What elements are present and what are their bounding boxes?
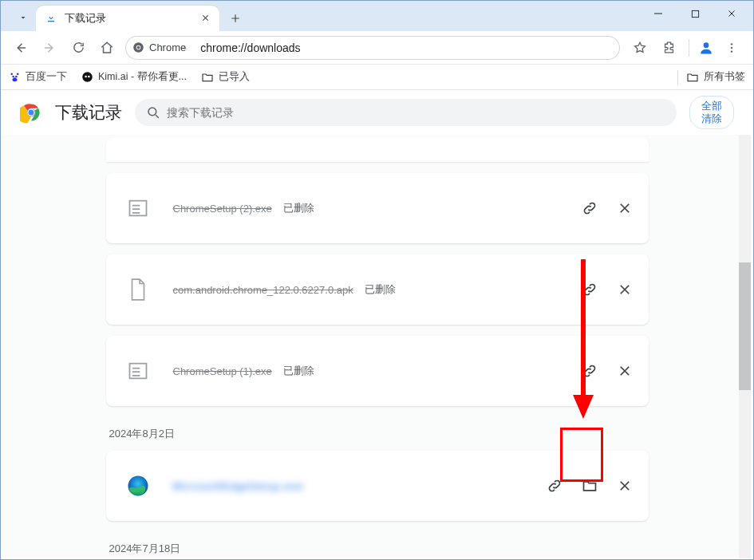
download-filename: ChromeSetup (2).exe <box>173 203 272 215</box>
page-header: 下载记录 全部 清除 <box>1 90 753 135</box>
tab-title: 下载记录 <box>65 12 199 26</box>
svg-point-10 <box>88 76 90 78</box>
page-title: 下载记录 <box>55 101 122 124</box>
tab-search-dropdown[interactable] <box>10 7 36 28</box>
maximize-button[interactable] <box>677 1 713 26</box>
remove-button[interactable] <box>610 357 639 385</box>
search-input[interactable] <box>167 106 665 119</box>
download-card <box>106 138 649 162</box>
kimi-icon <box>81 71 93 83</box>
tab-close-button[interactable] <box>199 10 211 26</box>
reload-button[interactable] <box>65 34 92 61</box>
svg-rect-0 <box>692 10 698 17</box>
bookmark-folder-imported[interactable]: 已导入 <box>201 70 250 84</box>
download-card: ChromeSetup (1).exe 已删除 <box>106 336 649 406</box>
remove-button[interactable] <box>610 275 639 304</box>
svg-point-9 <box>85 76 87 78</box>
svg-point-7 <box>731 50 732 52</box>
download-filename: com.android.chrome_122.0.6227.0.apk <box>173 284 353 296</box>
paw-icon <box>9 71 21 83</box>
divider <box>689 39 689 57</box>
file-icon <box>125 277 151 302</box>
minimize-button[interactable] <box>640 1 677 26</box>
back-button[interactable] <box>7 34 34 61</box>
svg-point-8 <box>82 72 93 82</box>
scrollbar-thumb[interactable] <box>739 262 751 390</box>
content: ChromeSetup (2).exe 已删除 com.android.chro… <box>2 135 752 558</box>
omnibox-chip-label: Chrome <box>149 41 186 53</box>
generic-file-icon <box>125 358 151 384</box>
omnibox-chip: Chrome <box>125 36 195 60</box>
svg-point-14 <box>148 108 156 116</box>
copy-link-button[interactable] <box>575 194 604 223</box>
search-icon <box>146 105 160 120</box>
download-icon <box>45 12 57 26</box>
generic-file-icon <box>125 195 151 221</box>
folder-icon <box>686 71 699 84</box>
bookmark-all[interactable]: 所有书签 <box>686 70 745 84</box>
forward-button[interactable] <box>36 34 63 61</box>
svg-point-4 <box>704 42 709 48</box>
date-header: 2024年8月2日 <box>109 427 649 441</box>
titlebar: 下载记录 <box>1 1 753 31</box>
browser-tab[interactable]: 下载记录 <box>36 6 219 31</box>
svg-point-3 <box>137 46 140 49</box>
download-card: MicrosoftEdgeSetup.exe <box>106 451 649 521</box>
clear-all-button[interactable]: 全部 清除 <box>689 96 734 130</box>
download-status: 已删除 <box>283 364 314 378</box>
profile-avatar[interactable] <box>696 37 716 58</box>
download-card: ChromeSetup (2).exe 已删除 <box>106 173 649 243</box>
toolbar: Chrome chrome://downloads <box>1 31 753 65</box>
bookmark-baidu[interactable]: 百度一下 <box>9 70 67 84</box>
copy-link-button[interactable] <box>575 275 604 304</box>
bookmarks-bar: 百度一下 Kimi.ai - 帮你看更... 已导入 所有书签 <box>1 65 753 90</box>
download-status: 已删除 <box>283 201 314 215</box>
download-status: 已删除 <box>365 282 396 297</box>
window-controls <box>640 1 750 26</box>
copy-link-button[interactable] <box>540 471 569 500</box>
omnibox-url[interactable]: chrome://downloads <box>195 36 620 60</box>
search-box[interactable] <box>135 99 677 126</box>
bookmark-star-button[interactable] <box>626 34 653 61</box>
bookmark-kimi[interactable]: Kimi.ai - 帮你看更... <box>81 70 187 84</box>
window-close-button[interactable] <box>713 1 750 26</box>
svg-point-6 <box>731 46 732 48</box>
download-filename[interactable]: MicrosoftEdgeSetup.exe <box>173 480 304 492</box>
home-button[interactable] <box>93 34 120 61</box>
extensions-button[interactable] <box>655 34 682 61</box>
edge-icon <box>125 473 151 499</box>
new-tab-button[interactable] <box>224 7 247 30</box>
date-header: 2024年7月18日 <box>109 542 649 556</box>
svg-point-5 <box>731 43 732 45</box>
remove-button[interactable] <box>610 194 639 223</box>
menu-button[interactable] <box>718 34 745 61</box>
divider <box>677 70 678 85</box>
download-filename: ChromeSetup (1).exe <box>173 365 272 377</box>
download-card: com.android.chrome_122.0.6227.0.apk 已删除 <box>106 254 649 325</box>
show-in-folder-button[interactable] <box>575 471 604 500</box>
chrome-icon <box>132 41 144 53</box>
folder-icon <box>201 71 214 84</box>
copy-link-button[interactable] <box>575 357 604 385</box>
chrome-logo-icon <box>20 101 42 124</box>
omnibox[interactable]: Chrome chrome://downloads <box>125 36 620 60</box>
remove-button[interactable] <box>610 471 639 500</box>
